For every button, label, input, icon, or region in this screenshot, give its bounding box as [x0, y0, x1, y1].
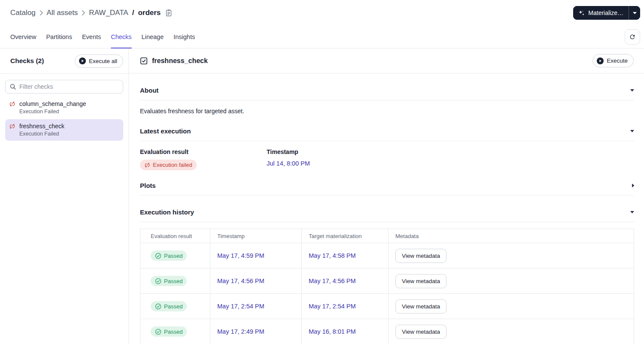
- execution-failed-badge: Execution failed: [140, 160, 197, 170]
- check-status: Execution Failed: [19, 109, 119, 115]
- caret-down-icon[interactable]: [630, 130, 634, 133]
- column-header-metadata: Metadata: [389, 229, 634, 243]
- tab-insights[interactable]: Insights: [173, 26, 195, 48]
- passed-badge-label: Passed: [164, 303, 182, 310]
- table-row: Passed May 17, 4:56 PM May 17, 4:56 PM V…: [140, 268, 634, 293]
- breadcrumb-group[interactable]: RAW_DATA: [89, 9, 128, 17]
- about-section-header[interactable]: About: [140, 87, 634, 100]
- execution-history-section-header[interactable]: Execution history: [140, 208, 634, 222]
- row-target-materialization-link[interactable]: May 17, 4:58 PM: [309, 252, 356, 259]
- tab-overview[interactable]: Overview: [10, 26, 36, 48]
- filter-checks-search: [5, 80, 123, 94]
- execute-all-button[interactable]: Execute all: [75, 54, 123, 68]
- check-detail-header: freshness_check Execute: [129, 48, 644, 73]
- check-circle-icon: [155, 278, 161, 284]
- passed-badge-label: Passed: [164, 329, 182, 335]
- top-bar: Catalog All assets RAW_DATA / orders: [0, 0, 644, 26]
- view-metadata-button[interactable]: View metadata: [395, 299, 447, 314]
- caret-down-icon[interactable]: [630, 211, 634, 214]
- execute-all-label: Execute all: [89, 58, 117, 64]
- timestamp-label: Timestamp: [267, 148, 393, 155]
- passed-badge: Passed: [151, 250, 187, 261]
- column-header-evaluation-result: Evaluation result: [140, 229, 210, 243]
- about-section: About Evaluates freshness for targeted a…: [140, 87, 634, 115]
- check-circle-icon: [155, 329, 161, 335]
- tab-lineage[interactable]: Lineage: [142, 26, 164, 48]
- check-name: freshness_check: [19, 123, 64, 130]
- view-metadata-button[interactable]: View metadata: [395, 325, 447, 339]
- row-target-materialization-link[interactable]: May 17, 4:56 PM: [309, 278, 356, 284]
- column-header-target-materialization: Target materialization: [302, 229, 389, 243]
- passed-badge: Passed: [151, 301, 187, 311]
- asset-tab-bar: Overview Partitions Events Checks Lineag…: [0, 26, 644, 48]
- row-timestamp-link[interactable]: May 17, 2:54 PM: [217, 303, 264, 310]
- caret-down-icon: [633, 12, 637, 14]
- check-detail-panel: freshness_check Execute About Evaluates …: [129, 48, 644, 344]
- plots-title: Plots: [140, 182, 156, 189]
- view-metadata-button[interactable]: View metadata: [395, 249, 447, 263]
- execution-history-section: Execution history Evaluation result Time…: [140, 208, 634, 344]
- latest-execution-section-header[interactable]: Latest execution: [140, 127, 634, 141]
- checks-sidebar-header: Checks (2) Execute all: [0, 48, 128, 74]
- check-list-item-freshness-check[interactable]: freshness_check Execution Failed: [5, 119, 123, 141]
- execution-failed-badge-label: Execution failed: [153, 162, 192, 168]
- play-circle-icon: [79, 57, 86, 64]
- tab-checks[interactable]: Checks: [111, 26, 131, 48]
- materialize-menu-button[interactable]: [629, 6, 640, 20]
- checkbox-icon: [140, 57, 148, 65]
- filter-checks-input[interactable]: [19, 83, 118, 90]
- row-timestamp-link[interactable]: May 17, 4:56 PM: [217, 278, 264, 284]
- sync-problem-icon: [144, 162, 150, 168]
- caret-right-icon[interactable]: [632, 184, 635, 187]
- passed-badge: Passed: [151, 326, 187, 337]
- chevron-right-icon: [39, 10, 43, 15]
- check-name: column_schema_change: [19, 100, 86, 107]
- column-header-timestamp: Timestamp: [210, 229, 302, 243]
- about-description: Evaluates freshness for targeted asset.: [140, 100, 634, 115]
- search-icon: [10, 84, 16, 90]
- latest-timestamp-link[interactable]: Jul 14, 8:00 PM: [267, 160, 310, 167]
- materialize-split-button: Materialize…: [573, 6, 640, 20]
- check-title: freshness_check: [152, 57, 208, 65]
- execution-history-title: Execution history: [140, 208, 194, 216]
- breadcrumb-asset-name: orders: [138, 9, 161, 17]
- passed-badge-label: Passed: [164, 253, 182, 259]
- about-title: About: [140, 87, 158, 94]
- refresh-button[interactable]: [625, 29, 640, 45]
- row-timestamp-link[interactable]: May 17, 4:59 PM: [217, 252, 264, 259]
- copy-icon[interactable]: [165, 9, 172, 17]
- tab-partitions[interactable]: Partitions: [46, 26, 72, 48]
- plots-section-header[interactable]: Plots: [140, 182, 634, 196]
- checks-sidebar: Checks (2) Execute all: [0, 48, 129, 344]
- sync-problem-icon: [9, 101, 15, 107]
- breadcrumb: Catalog All assets RAW_DATA / orders: [10, 9, 172, 17]
- passed-badge: Passed: [151, 276, 187, 286]
- check-list-item-column-schema-change[interactable]: column_schema_change Execution Failed: [5, 97, 123, 118]
- row-target-materialization-link[interactable]: May 17, 2:54 PM: [309, 303, 356, 310]
- execute-button[interactable]: Execute: [592, 54, 634, 67]
- play-circle-icon: [597, 57, 604, 64]
- breadcrumb-catalog[interactable]: Catalog: [10, 9, 36, 17]
- breadcrumb-path-separator: /: [132, 9, 134, 17]
- table-row: Passed May 17, 2:54 PM May 17, 2:54 PM V…: [140, 293, 634, 319]
- breadcrumb-all-assets[interactable]: All assets: [47, 9, 78, 17]
- tab-events[interactable]: Events: [82, 26, 101, 48]
- materialize-button[interactable]: Materialize…: [573, 6, 629, 20]
- check-circle-icon: [155, 253, 161, 259]
- view-metadata-button[interactable]: View metadata: [395, 274, 447, 288]
- check-circle-icon: [155, 303, 161, 310]
- latest-execution-title: Latest execution: [140, 127, 191, 135]
- sync-problem-icon: [9, 123, 15, 130]
- row-target-materialization-link[interactable]: May 16, 8:01 PM: [309, 328, 356, 335]
- plots-section: Plots: [140, 182, 634, 196]
- table-header-row: Evaluation result Timestamp Target mater…: [140, 229, 634, 243]
- table-row: Passed May 17, 4:59 PM May 17, 4:58 PM V…: [140, 243, 634, 268]
- refresh-icon: [629, 33, 636, 40]
- execution-history-table: Evaluation result Timestamp Target mater…: [140, 229, 634, 344]
- caret-down-icon[interactable]: [630, 89, 634, 92]
- checks-count-title: Checks (2): [10, 57, 44, 65]
- table-row: Passed May 17, 2:49 PM May 16, 8:01 PM V…: [140, 319, 634, 344]
- row-timestamp-link[interactable]: May 17, 2:49 PM: [217, 328, 264, 335]
- check-detail-content: About Evaluates freshness for targeted a…: [129, 73, 644, 344]
- evaluation-result-label: Evaluation result: [140, 148, 267, 155]
